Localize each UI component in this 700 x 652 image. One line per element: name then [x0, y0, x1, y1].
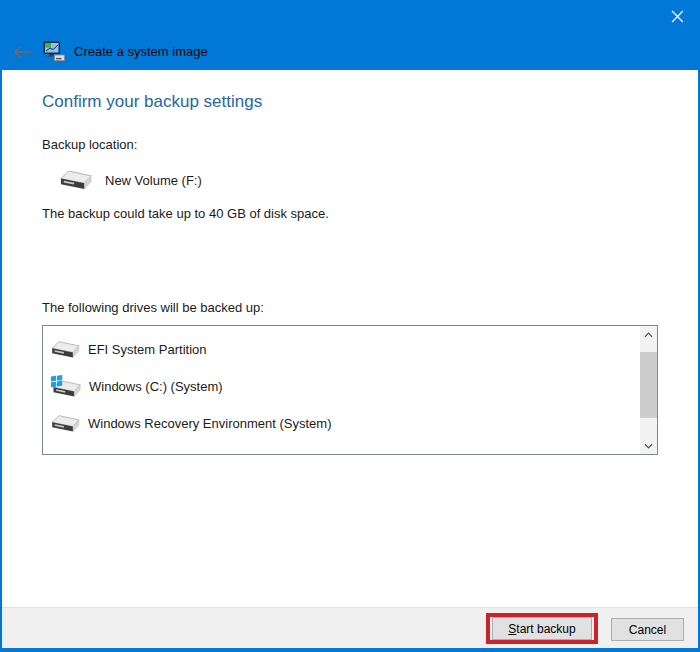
scroll-up-button[interactable]	[640, 326, 657, 343]
back-button[interactable]	[10, 43, 34, 61]
scrollbar[interactable]	[640, 326, 657, 454]
footer: Start backup Cancel	[0, 607, 700, 648]
drives-list-label: The following drives will be backed up:	[42, 300, 264, 315]
drive-row-label: Windows Recovery Environment (System)	[88, 416, 331, 431]
window-border-bottom	[0, 648, 700, 652]
scrollbar-thumb[interactable]	[640, 352, 657, 418]
create-system-image-window: Create a system image Confirm your backu…	[0, 0, 700, 652]
system-image-icon	[43, 41, 65, 62]
drive-row-efi[interactable]: EFI System Partition	[43, 331, 639, 368]
close-icon	[671, 10, 684, 23]
drive-row-recovery[interactable]: Windows Recovery Environment (System)	[43, 405, 639, 442]
drive-icon	[51, 414, 80, 434]
drives-rows: EFI System Partition	[43, 331, 639, 442]
start-backup-button[interactable]: Start backup	[492, 617, 592, 640]
close-button[interactable]	[654, 0, 700, 32]
backup-location-item: New Volume (F:)	[60, 169, 202, 192]
window-title: Create a system image	[74, 44, 208, 59]
window-border-left	[0, 70, 2, 652]
chevron-down-icon	[644, 443, 653, 449]
annotation-highlight-box: Start backup	[486, 613, 598, 644]
size-note: The backup could take up to 40 GB of dis…	[42, 206, 329, 221]
windows-drive-icon	[51, 374, 81, 399]
wizard-header: Create a system image	[10, 41, 208, 62]
titlebar: Create a system image	[0, 0, 700, 70]
scroll-down-button[interactable]	[640, 437, 657, 454]
back-arrow-icon	[11, 45, 33, 59]
drive-icon	[60, 169, 92, 192]
drive-row-label: EFI System Partition	[88, 342, 206, 357]
drive-row-windows-c[interactable]: Windows (C:) (System)	[43, 368, 639, 405]
drive-icon	[51, 340, 80, 360]
drives-listbox: EFI System Partition	[42, 325, 658, 455]
backup-location-value: New Volume (F:)	[105, 173, 202, 188]
chevron-up-icon	[644, 332, 653, 338]
drive-row-label: Windows (C:) (System)	[89, 379, 223, 394]
backup-location-label: Backup location:	[42, 137, 137, 152]
cancel-button[interactable]: Cancel	[611, 618, 684, 641]
page-title: Confirm your backup settings	[42, 92, 262, 112]
